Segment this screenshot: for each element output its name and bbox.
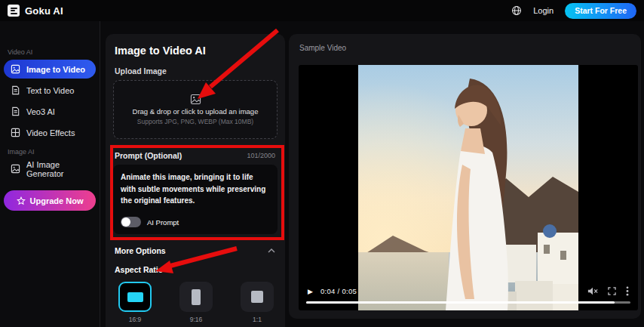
- document-icon: [11, 85, 20, 95]
- sidebar-item-text-to-video[interactable]: Text to Video: [4, 81, 96, 100]
- ai-prompt-toggle[interactable]: [121, 217, 141, 227]
- prompt-textarea[interactable]: Animate this image, bringing it to life …: [113, 165, 278, 234]
- logo-glyph: [11, 8, 17, 14]
- mute-icon[interactable]: [587, 287, 598, 295]
- more-options-label: More Options: [115, 246, 166, 255]
- sample-video-frame: [358, 65, 578, 310]
- ratio-9-16-shape: [192, 289, 201, 305]
- aspect-ratio-label: Aspect Ratio: [115, 265, 278, 274]
- goku-logo-icon: [8, 5, 20, 17]
- brand[interactable]: Goku AI: [8, 5, 63, 17]
- sidebar-item-veo3-ai[interactable]: Veo3 AI: [4, 102, 96, 121]
- dropzone-support-text: Supports JPG, PNG, WEBP (Max 10MB): [137, 118, 253, 125]
- top-header: Goku AI Login Start For Free: [0, 0, 644, 21]
- video-progress-bar[interactable]: [306, 301, 630, 304]
- sidebar-item-label: Image to Video: [26, 65, 85, 74]
- video-time: 0:04 / 0:05: [320, 287, 357, 295]
- more-options-header[interactable]: More Options: [115, 246, 275, 255]
- fullscreen-icon[interactable]: [608, 287, 616, 295]
- aspect-option-9-16[interactable]: 9:16: [179, 282, 213, 323]
- sidebar-item-label: Veo3 AI: [26, 107, 55, 116]
- aspect-option-label: 1:1: [253, 316, 262, 323]
- image-icon: [11, 164, 20, 174]
- aspect-option-16-9[interactable]: 16:9: [118, 282, 152, 323]
- header-actions: Login Start For Free: [511, 3, 636, 19]
- prompt-label: Prompt (Optional): [115, 151, 182, 160]
- sample-video-panel: Sample Video: [289, 34, 641, 319]
- prompt-header: Prompt (Optional) 101/2000: [115, 151, 275, 160]
- document-icon: [11, 106, 20, 116]
- ratio-1-1-shape: [251, 291, 263, 303]
- language-globe-icon[interactable]: [511, 5, 522, 16]
- app-window: Goku AI Login Start For Free Video AI I: [0, 0, 644, 327]
- sidebar-section-video-ai: Video AI: [8, 48, 100, 56]
- prompt-char-counter: 101/2000: [247, 152, 275, 159]
- controls-left: ▶ 0:04 / 0:05: [308, 287, 357, 295]
- sidebar-item-label: Text to Video: [26, 86, 74, 95]
- sidebar-section-image-ai: Image AI: [8, 148, 100, 156]
- sidebar-item-label: Video Effects: [26, 128, 75, 137]
- ai-prompt-toggle-label: AI Prompt: [147, 218, 179, 227]
- sidebar: Video AI Image to Video Text to Video: [0, 21, 100, 327]
- sidebar-item-image-to-video[interactable]: Image to Video: [4, 60, 96, 79]
- toggle-knob: [121, 217, 130, 227]
- ratio-16-9-shape: [127, 292, 143, 302]
- sample-video-label: Sample Video: [299, 44, 641, 52]
- page-title: Image to Video AI: [115, 45, 278, 57]
- video-progress-fill: [306, 301, 615, 304]
- controls-right: [587, 286, 629, 296]
- aspect-option-1-1[interactable]: 1:1: [241, 282, 274, 323]
- dropzone-text: Drag & drop or click to upload an image: [133, 107, 259, 116]
- upgrade-label: Upgrade Now: [30, 196, 84, 205]
- aspect-option-label: 9:16: [190, 316, 203, 323]
- video-player[interactable]: ▶ 0:04 / 0:05: [299, 65, 638, 310]
- aspect-tile: [118, 282, 152, 312]
- aspect-tile: [241, 282, 274, 312]
- grid-icon: [11, 128, 20, 137]
- chevron-up-icon: [268, 248, 275, 253]
- aspect-option-label: 16:9: [129, 316, 142, 323]
- play-button[interactable]: ▶: [308, 288, 313, 295]
- aspect-tile: [179, 282, 213, 312]
- more-menu-icon[interactable]: [626, 286, 629, 296]
- aspect-ratio-options: 16:9 9:16 1:1: [113, 282, 278, 323]
- upload-dropzone[interactable]: Drag & drop or click to upload an image …: [113, 80, 278, 139]
- generator-panel: Image to Video AI Upload Image Drag & dr…: [106, 34, 285, 327]
- upload-image-label: Upload Image: [115, 66, 278, 76]
- prompt-text: Animate this image, bringing it to life …: [121, 171, 270, 207]
- upgrade-now-button[interactable]: Upgrade Now: [4, 190, 96, 211]
- video-controls: ▶ 0:04 / 0:05: [308, 286, 629, 296]
- upload-image-icon: [190, 94, 201, 105]
- image-icon: [11, 64, 20, 74]
- ai-prompt-toggle-row: AI Prompt: [121, 217, 179, 227]
- sidebar-item-label: AI Image Generator: [26, 160, 89, 178]
- star-icon: [17, 196, 26, 205]
- sidebar-item-ai-image-generator[interactable]: AI Image Generator: [4, 159, 96, 178]
- brand-name: Goku AI: [25, 5, 63, 17]
- start-for-free-button[interactable]: Start For Free: [565, 3, 636, 19]
- sidebar-item-video-effects[interactable]: Video Effects: [4, 123, 96, 142]
- login-link[interactable]: Login: [533, 6, 554, 15]
